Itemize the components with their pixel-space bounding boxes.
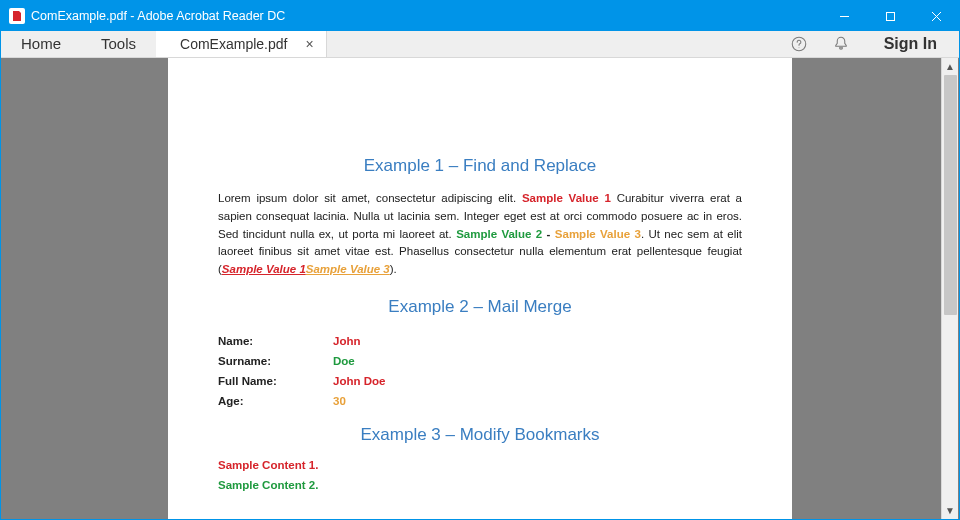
acrobat-icon (9, 8, 25, 24)
close-tab-icon[interactable]: × (305, 37, 313, 51)
field-value: John (333, 331, 385, 351)
field-label: Surname: (218, 351, 333, 371)
gutter-left (1, 58, 155, 519)
field-value: Doe (333, 351, 385, 371)
titlebar: ComExample.pdf - Adobe Acrobat Reader DC (1, 1, 959, 31)
sample-value-3: Sample Value 3 (555, 228, 641, 240)
help-icon (790, 35, 808, 53)
scroll-up-icon[interactable]: ▲ (942, 58, 959, 75)
table-row: Age:30 (218, 391, 385, 411)
notifications-button[interactable] (820, 31, 862, 57)
table-row: Name:John (218, 331, 385, 351)
field-label: Name: (218, 331, 333, 351)
svg-point-5 (798, 47, 799, 48)
sample-content-2: Sample Content 2. (218, 479, 742, 491)
close-button[interactable] (913, 1, 959, 31)
heading-example-3: Example 3 – Modify Bookmarks (218, 425, 742, 445)
document-tab[interactable]: ComExample.pdf × (156, 31, 327, 57)
field-value: John Doe (333, 371, 385, 391)
field-label: Full Name: (218, 371, 333, 391)
maximize-button[interactable] (867, 1, 913, 31)
sample-value-1: Sample Value 1 (522, 192, 611, 204)
field-label: Age: (218, 391, 333, 411)
text-run: - (542, 228, 555, 240)
scroll-track[interactable] (942, 75, 959, 502)
toolbar: Home Tools ComExample.pdf × Sign In (1, 31, 959, 58)
paragraph-1: Lorem ipsum dolor sit amet, consectetur … (218, 190, 742, 279)
link-sample-value-3[interactable]: Sample Value 3 (306, 263, 390, 275)
mail-merge-table: Name:JohnSurname:DoeFull Name:John DoeAg… (218, 331, 385, 411)
scroll-down-icon[interactable]: ▼ (942, 502, 959, 519)
page-wrap: Example 1 – Find and Replace Lorem ipsum… (155, 58, 805, 519)
text-run: ). (390, 263, 397, 275)
content-area: Example 1 – Find and Replace Lorem ipsum… (1, 58, 959, 519)
heading-example-2: Example 2 – Mail Merge (218, 297, 742, 317)
sample-value-2: Sample Value 2 (456, 228, 542, 240)
heading-example-1: Example 1 – Find and Replace (218, 156, 742, 176)
svg-rect-1 (886, 12, 894, 20)
help-button[interactable] (778, 31, 820, 57)
table-row: Surname:Doe (218, 351, 385, 371)
link-sample-value-1[interactable]: Sample Value 1 (222, 263, 306, 275)
minimize-button[interactable] (821, 1, 867, 31)
text-run: Lorem ipsum dolor sit amet, consectetur … (218, 192, 522, 204)
sample-content-1: Sample Content 1. (218, 459, 742, 471)
document-page: Example 1 – Find and Replace Lorem ipsum… (168, 58, 792, 519)
gutter-right (805, 58, 959, 519)
tab-label: ComExample.pdf (180, 36, 287, 52)
window-title: ComExample.pdf - Adobe Acrobat Reader DC (31, 9, 285, 23)
home-button[interactable]: Home (1, 31, 81, 57)
field-value: 30 (333, 391, 385, 411)
sign-in-button[interactable]: Sign In (862, 31, 959, 57)
table-row: Full Name:John Doe (218, 371, 385, 391)
scroll-thumb[interactable] (944, 75, 957, 315)
vertical-scrollbar[interactable]: ▲ ▼ (941, 58, 958, 519)
tools-button[interactable]: Tools (81, 31, 156, 57)
bell-icon (832, 35, 850, 53)
app-window: ComExample.pdf - Adobe Acrobat Reader DC… (0, 0, 960, 520)
